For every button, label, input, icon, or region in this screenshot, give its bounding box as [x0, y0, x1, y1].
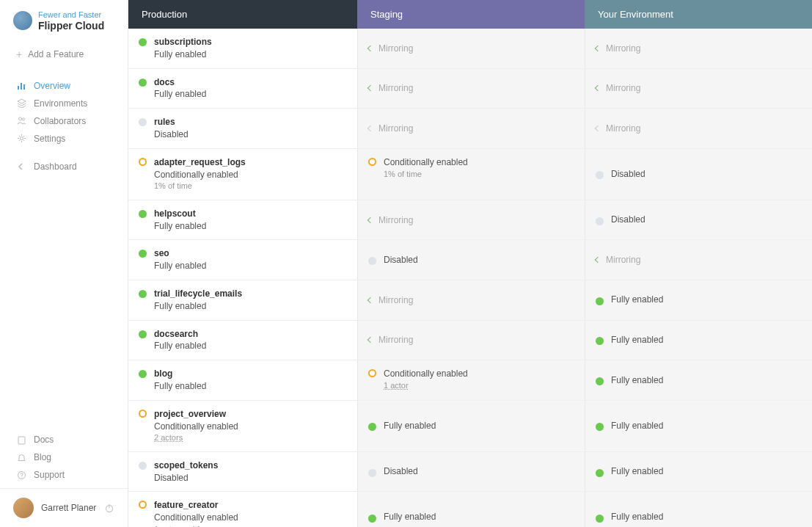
feature-name: docsearch — [154, 328, 206, 341]
gear-icon — [16, 134, 26, 144]
nav-item-environments[interactable]: Environments — [0, 95, 128, 112]
svg-rect-0 — [18, 86, 19, 90]
cell-your[interactable]: Fully enabled — [585, 492, 812, 527]
header-production: Production — [128, 0, 357, 29]
cell-prod[interactable]: adapter_request_logsConditionally enable… — [128, 149, 357, 200]
layers-icon — [16, 98, 26, 109]
cell-prod[interactable]: subscriptionsFully enabled — [128, 29, 357, 68]
cell-label: Fully enabled — [611, 374, 663, 387]
cell-prod[interactable]: scoped_tokensDisabled — [128, 452, 357, 492]
nav-item-settings[interactable]: Settings — [0, 130, 128, 148]
cell-prod[interactable]: project_overviewConditionally enabled2 a… — [128, 401, 357, 451]
cell-staging[interactable]: Disabled — [357, 452, 585, 492]
cell-extra: 1% of time — [154, 181, 246, 192]
header-your-environment: Your Environment — [585, 0, 812, 29]
status-enabled-icon — [139, 330, 147, 338]
cell-staging[interactable]: Conditionally enabled1% of time — [357, 149, 585, 200]
status-disabled-icon — [368, 257, 376, 265]
feature-rows: subscriptionsFully enabledMirroringMirro… — [128, 29, 812, 527]
cell-your[interactable]: Mirroring — [585, 240, 812, 280]
cell-label: Mirroring — [606, 83, 640, 93]
cell-label: Mirroring — [606, 255, 640, 265]
cell-label: Mirroring — [378, 123, 413, 134]
cell-label: Disabled — [154, 472, 218, 484]
cell-prod[interactable]: seoFully enabled — [128, 240, 357, 280]
sidebar: Fewer and Faster Flipper Cloud + Add a F… — [0, 0, 128, 527]
nav-item-label: Collaborators — [34, 116, 86, 126]
cell-your[interactable]: Fully enabled — [585, 401, 812, 451]
status-enabled-icon — [596, 377, 604, 385]
brand[interactable]: Fewer and Faster Flipper Cloud — [0, 0, 128, 40]
bottom-link-blog[interactable]: Blog — [0, 448, 128, 466]
power-icon[interactable] — [104, 503, 114, 513]
cell-your[interactable]: Fully enabled — [585, 321, 812, 360]
cell-label: Fully enabled — [611, 294, 663, 306]
status-disabled-icon — [368, 469, 376, 477]
cell-staging[interactable]: Disabled — [357, 240, 585, 280]
feature-name: scoped_tokens — [154, 459, 218, 472]
feature-name: helpscout — [154, 208, 206, 220]
status-conditional-icon — [368, 369, 376, 377]
feature-name: blog — [154, 368, 206, 380]
feature-name: seo — [154, 247, 206, 260]
nav-dashboard[interactable]: Dashboard — [0, 158, 128, 175]
feature-row: rulesDisabledMirroringMirroring — [128, 109, 812, 149]
bottom-link-label: Support — [34, 470, 65, 480]
bottom-link-label: Docs — [34, 435, 54, 445]
cell-prod[interactable]: rulesDisabled — [128, 109, 357, 148]
cell-staging[interactable]: Mirroring — [357, 200, 585, 240]
cell-staging[interactable]: Mirroring — [357, 321, 585, 360]
cell-label: Disabled — [154, 128, 189, 141]
cell-your[interactable]: Disabled — [585, 200, 812, 240]
cell-prod[interactable]: blogFully enabled — [128, 360, 357, 400]
bottom-link-support[interactable]: Support — [0, 466, 128, 484]
cell-prod[interactable]: feature_creatorConditionally enabled1 ac… — [128, 492, 357, 527]
back-arrow-icon — [16, 161, 26, 172]
svg-point-5 — [20, 137, 23, 140]
cell-staging[interactable]: Fully enabled — [357, 401, 585, 451]
status-enabled-icon — [596, 297, 604, 305]
feature-name: rules — [154, 116, 189, 128]
cell-your[interactable]: Fully enabled — [585, 452, 812, 492]
cell-staging[interactable]: Mirroring — [357, 109, 585, 148]
cell-your[interactable]: Fully enabled — [585, 360, 812, 400]
cell-your[interactable]: Mirroring — [585, 69, 812, 109]
status-enabled-icon — [139, 370, 147, 378]
cell-label: Fully enabled — [154, 48, 212, 61]
cell-your[interactable]: Mirroring — [585, 29, 812, 68]
feature-row: seoFully enabledDisabledMirroring — [128, 240, 812, 280]
cell-label: Conditionally enabled — [384, 156, 468, 169]
user-section[interactable]: Garrett Planer — [0, 488, 128, 527]
cell-prod[interactable]: trial_lifecycle_emailsFully enabled — [128, 280, 357, 320]
cell-prod[interactable]: docsearchFully enabled — [128, 321, 357, 360]
cell-your[interactable]: Mirroring — [585, 109, 812, 148]
cell-your[interactable]: Disabled — [585, 149, 812, 200]
add-feature-button[interactable]: + Add a Feature — [0, 40, 128, 73]
bell-icon — [16, 452, 26, 462]
cell-prod[interactable]: docsFully enabled — [128, 69, 357, 109]
cell-label: Mirroring — [378, 295, 413, 305]
mirror-chevron-icon — [367, 217, 373, 222]
bottom-link-docs[interactable]: Docs — [0, 431, 128, 448]
status-disabled-icon — [139, 118, 147, 126]
cell-prod[interactable]: helpscoutFully enabled — [128, 200, 357, 240]
status-disabled-icon — [596, 217, 604, 225]
feature-row: subscriptionsFully enabledMirroringMirro… — [128, 29, 812, 69]
cell-staging[interactable]: Mirroring — [357, 69, 585, 109]
cell-staging[interactable]: Mirroring — [357, 280, 585, 320]
cell-staging[interactable]: Fully enabled — [357, 492, 585, 527]
mirror-chevron-icon — [595, 126, 601, 131]
cell-extra: 2 actors — [154, 432, 238, 443]
cell-your[interactable]: Fully enabled — [585, 280, 812, 320]
cell-staging[interactable]: Mirroring — [357, 29, 585, 68]
cell-label: Fully enabled — [611, 334, 663, 346]
svg-rect-6 — [18, 437, 25, 444]
column-headers: Production Staging Your Environment — [128, 0, 812, 29]
feature-name: subscriptions — [154, 36, 212, 48]
status-disabled-icon — [139, 462, 147, 470]
nav-item-overview[interactable]: Overview — [0, 77, 128, 95]
cell-staging[interactable]: Conditionally enabled1 actor — [357, 360, 585, 400]
nav-item-collaborators[interactable]: Collaborators — [0, 112, 128, 130]
status-enabled-icon — [596, 469, 604, 477]
mirror-chevron-icon — [367, 46, 373, 51]
